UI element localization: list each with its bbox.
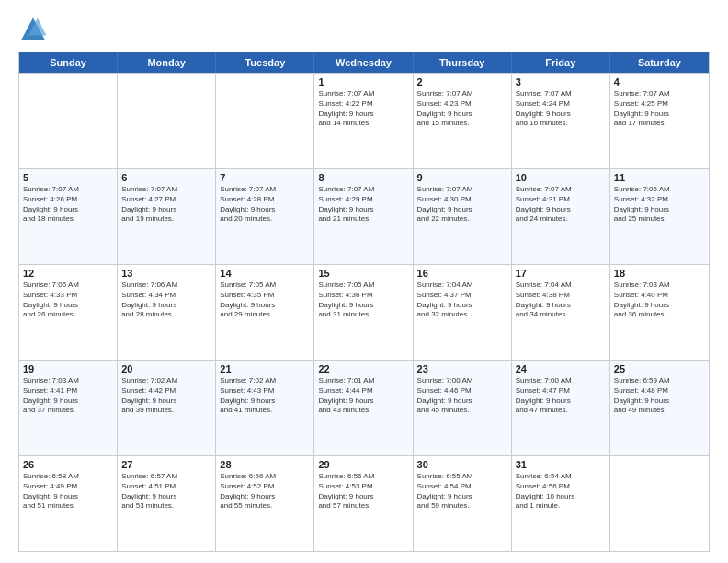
day-number: 18 (614, 268, 705, 279)
calendar-header-saturday: Saturday (610, 52, 709, 73)
calendar-cell-day-26: 26Sunrise: 6:58 AMSunset: 4:49 PMDayligh… (19, 456, 118, 551)
day-number: 4 (614, 76, 705, 87)
calendar-header-thursday: Thursday (414, 52, 512, 73)
day-info: Sunrise: 7:04 AMSunset: 4:38 PMDaylight:… (516, 281, 606, 320)
day-info: Sunrise: 7:07 AMSunset: 4:31 PMDaylight:… (516, 185, 606, 224)
calendar-header-tuesday: Tuesday (216, 52, 314, 73)
day-info: Sunrise: 7:07 AMSunset: 4:29 PMDaylight:… (318, 185, 408, 224)
day-number: 23 (417, 363, 507, 374)
calendar-cell-empty (19, 74, 118, 168)
calendar-cell-empty (216, 74, 314, 168)
day-number: 13 (121, 268, 211, 279)
calendar-cell-day-2: 2Sunrise: 7:07 AMSunset: 4:23 PMDaylight… (414, 74, 512, 168)
calendar-cell-day-21: 21Sunrise: 7:02 AMSunset: 4:43 PMDayligh… (216, 361, 314, 455)
calendar-cell-day-19: 19Sunrise: 7:03 AMSunset: 4:41 PMDayligh… (19, 361, 118, 455)
day-number: 25 (614, 363, 705, 374)
day-number: 15 (318, 268, 408, 279)
day-number: 6 (121, 172, 211, 183)
calendar-cell-day-8: 8Sunrise: 7:07 AMSunset: 4:29 PMDaylight… (314, 169, 413, 264)
day-number: 21 (220, 363, 310, 374)
calendar-cell-day-20: 20Sunrise: 7:02 AMSunset: 4:42 PMDayligh… (118, 361, 216, 455)
day-info: Sunrise: 7:06 AMSunset: 4:34 PMDaylight:… (121, 281, 211, 320)
calendar-header-sunday: Sunday (19, 52, 118, 73)
calendar-header-monday: Monday (118, 52, 216, 73)
calendar-cell-day-16: 16Sunrise: 7:04 AMSunset: 4:37 PMDayligh… (414, 265, 512, 360)
calendar-cell-day-24: 24Sunrise: 7:00 AMSunset: 4:47 PMDayligh… (512, 361, 610, 455)
logo-icon (18, 15, 48, 44)
header (18, 15, 710, 44)
day-number: 31 (516, 459, 606, 470)
day-number: 12 (23, 268, 113, 279)
calendar-cell-day-5: 5Sunrise: 7:07 AMSunset: 4:26 PMDaylight… (19, 169, 118, 264)
day-info: Sunrise: 7:05 AMSunset: 4:36 PMDaylight:… (318, 281, 408, 320)
day-number: 26 (23, 459, 113, 470)
day-info: Sunrise: 7:07 AMSunset: 4:25 PMDaylight:… (614, 89, 705, 129)
calendar-cell-day-3: 3Sunrise: 7:07 AMSunset: 4:24 PMDaylight… (512, 74, 610, 168)
day-info: Sunrise: 7:04 AMSunset: 4:37 PMDaylight:… (417, 281, 507, 320)
calendar-cell-day-27: 27Sunrise: 6:57 AMSunset: 4:51 PMDayligh… (118, 456, 216, 551)
calendar-cell-day-30: 30Sunrise: 6:55 AMSunset: 4:54 PMDayligh… (414, 456, 512, 551)
day-info: Sunrise: 7:02 AMSunset: 4:43 PMDaylight:… (220, 376, 310, 416)
calendar-cell-day-6: 6Sunrise: 7:07 AMSunset: 4:27 PMDaylight… (118, 169, 216, 264)
day-info: Sunrise: 7:06 AMSunset: 4:33 PMDaylight:… (23, 281, 113, 320)
day-info: Sunrise: 6:56 AMSunset: 4:53 PMDaylight:… (318, 472, 408, 511)
calendar-cell-day-1: 1Sunrise: 7:07 AMSunset: 4:22 PMDaylight… (314, 74, 413, 168)
calendar-cell-day-22: 22Sunrise: 7:01 AMSunset: 4:44 PMDayligh… (314, 361, 413, 455)
day-number: 11 (614, 172, 705, 183)
day-number: 30 (417, 459, 507, 470)
day-info: Sunrise: 7:06 AMSunset: 4:32 PMDaylight:… (614, 185, 705, 224)
calendar-row-1: 5Sunrise: 7:07 AMSunset: 4:26 PMDaylight… (19, 168, 709, 264)
calendar-header-row: SundayMondayTuesdayWednesdayThursdayFrid… (19, 52, 709, 73)
day-info: Sunrise: 7:02 AMSunset: 4:42 PMDaylight:… (121, 376, 211, 416)
calendar-row-0: 1Sunrise: 7:07 AMSunset: 4:22 PMDaylight… (19, 73, 709, 168)
day-number: 27 (121, 459, 211, 470)
calendar: SundayMondayTuesdayWednesdayThursdayFrid… (18, 52, 710, 552)
day-info: Sunrise: 6:56 AMSunset: 4:52 PMDaylight:… (220, 472, 310, 511)
day-info: Sunrise: 6:54 AMSunset: 4:56 PMDaylight:… (516, 472, 606, 511)
day-number: 14 (220, 268, 310, 279)
calendar-cell-empty (610, 456, 709, 551)
day-number: 2 (417, 76, 507, 87)
day-number: 17 (516, 268, 606, 279)
day-info: Sunrise: 7:00 AMSunset: 4:47 PMDaylight:… (516, 376, 606, 416)
calendar-cell-day-14: 14Sunrise: 7:05 AMSunset: 4:35 PMDayligh… (216, 265, 314, 360)
day-number: 16 (417, 268, 507, 279)
logo (18, 15, 51, 44)
day-info: Sunrise: 6:55 AMSunset: 4:54 PMDaylight:… (417, 472, 507, 511)
calendar-header-friday: Friday (512, 52, 610, 73)
day-number: 19 (23, 363, 113, 374)
day-number: 9 (417, 172, 507, 183)
day-number: 3 (516, 76, 606, 87)
day-info: Sunrise: 7:03 AMSunset: 4:41 PMDaylight:… (23, 376, 113, 416)
calendar-cell-day-9: 9Sunrise: 7:07 AMSunset: 4:30 PMDaylight… (414, 169, 512, 264)
day-info: Sunrise: 7:03 AMSunset: 4:40 PMDaylight:… (614, 281, 705, 320)
page: SundayMondayTuesdayWednesdayThursdayFrid… (0, 0, 728, 563)
calendar-cell-day-11: 11Sunrise: 7:06 AMSunset: 4:32 PMDayligh… (610, 169, 709, 264)
calendar-cell-day-31: 31Sunrise: 6:54 AMSunset: 4:56 PMDayligh… (512, 456, 610, 551)
day-number: 8 (318, 172, 408, 183)
calendar-cell-day-29: 29Sunrise: 6:56 AMSunset: 4:53 PMDayligh… (314, 456, 413, 551)
day-info: Sunrise: 7:01 AMSunset: 4:44 PMDaylight:… (318, 376, 408, 416)
calendar-cell-day-17: 17Sunrise: 7:04 AMSunset: 4:38 PMDayligh… (512, 265, 610, 360)
calendar-cell-day-12: 12Sunrise: 7:06 AMSunset: 4:33 PMDayligh… (19, 265, 118, 360)
calendar-cell-day-4: 4Sunrise: 7:07 AMSunset: 4:25 PMDaylight… (610, 74, 709, 168)
calendar-cell-day-13: 13Sunrise: 7:06 AMSunset: 4:34 PMDayligh… (118, 265, 216, 360)
day-info: Sunrise: 6:58 AMSunset: 4:49 PMDaylight:… (23, 472, 113, 511)
day-info: Sunrise: 7:07 AMSunset: 4:30 PMDaylight:… (417, 185, 507, 224)
calendar-body: 1Sunrise: 7:07 AMSunset: 4:22 PMDaylight… (19, 73, 709, 551)
day-number: 22 (318, 363, 408, 374)
day-number: 1 (318, 76, 408, 87)
calendar-cell-day-25: 25Sunrise: 6:59 AMSunset: 4:48 PMDayligh… (610, 361, 709, 455)
day-info: Sunrise: 7:07 AMSunset: 4:26 PMDaylight:… (23, 185, 113, 224)
day-info: Sunrise: 7:07 AMSunset: 4:22 PMDaylight:… (318, 89, 408, 129)
calendar-row-4: 26Sunrise: 6:58 AMSunset: 4:49 PMDayligh… (19, 455, 709, 551)
day-number: 28 (220, 459, 310, 470)
day-info: Sunrise: 7:07 AMSunset: 4:23 PMDaylight:… (417, 89, 507, 129)
day-info: Sunrise: 7:07 AMSunset: 4:28 PMDaylight:… (220, 185, 310, 224)
calendar-cell-day-7: 7Sunrise: 7:07 AMSunset: 4:28 PMDaylight… (216, 169, 314, 264)
calendar-cell-day-28: 28Sunrise: 6:56 AMSunset: 4:52 PMDayligh… (216, 456, 314, 551)
day-number: 20 (121, 363, 211, 374)
day-number: 24 (516, 363, 606, 374)
day-number: 29 (318, 459, 408, 470)
calendar-cell-day-23: 23Sunrise: 7:00 AMSunset: 4:46 PMDayligh… (414, 361, 512, 455)
